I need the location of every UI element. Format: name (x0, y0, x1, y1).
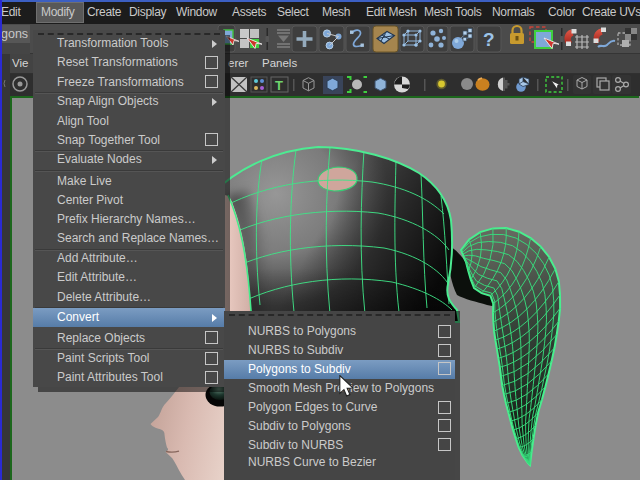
svg-text:T: T (275, 78, 283, 93)
svg-text:?: ? (483, 29, 495, 50)
